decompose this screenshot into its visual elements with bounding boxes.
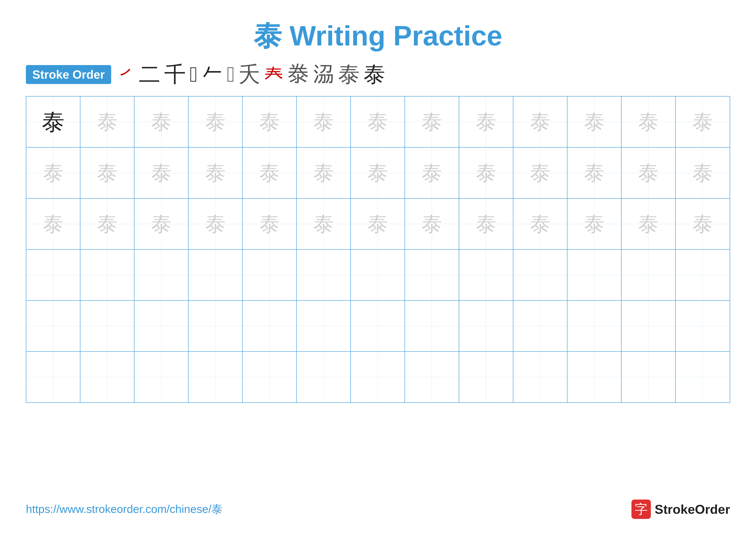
footer: https://www.strokeorder.com/chinese/泰 字 … [26,499,730,519]
grid-cell-5-5[interactable] [243,301,297,351]
grid-cell-1-11[interactable]: 泰 [567,96,622,147]
stroke-1: ㇒ [118,66,135,83]
grid-cell-6-9[interactable] [459,352,513,402]
grid-cell-5-12[interactable] [622,301,676,351]
grid-cell-1-10[interactable]: 泰 [513,96,567,147]
stroke-3: 千 [164,64,186,85]
grid-cell-3-3[interactable]: 泰 [134,199,189,249]
grid-cell-5-3[interactable] [134,301,189,351]
grid-cell-2-12[interactable]: 泰 [622,147,676,198]
practice-char-ghost: 泰 [313,112,334,132]
practice-char-ghost: 泰 [205,163,226,183]
practice-char-ghost: 泰 [97,214,118,234]
grid-cell-3-10[interactable]: 泰 [513,199,567,249]
stroke-10: 𣴀 [313,64,334,85]
grid-cell-6-11[interactable] [567,352,622,402]
practice-char-ghost: 泰 [151,214,172,234]
grid-cell-1-5[interactable]: 泰 [243,96,297,147]
grid-cell-2-10[interactable]: 泰 [513,147,567,198]
stroke-4: 𠂊 [190,64,198,85]
grid-cell-2-2[interactable]: 泰 [80,147,134,198]
practice-char-ghost: 泰 [259,163,280,183]
grid-cell-5-8[interactable] [405,301,459,351]
grid-cell-3-5[interactable]: 泰 [243,199,297,249]
grid-cell-2-3[interactable]: 泰 [134,147,189,198]
practice-char-ghost: 泰 [421,214,442,234]
grid-cell-3-4[interactable]: 泰 [189,199,243,249]
grid-cell-5-7[interactable] [351,301,405,351]
grid-cell-4-5[interactable] [243,250,297,300]
grid-cell-6-5[interactable] [243,352,297,402]
grid-row-5 [26,301,730,352]
grid-cell-1-13[interactable]: 泰 [676,96,730,147]
grid-cell-1-3[interactable]: 泰 [134,96,189,147]
grid-cell-6-6[interactable] [297,352,351,402]
grid-cell-2-11[interactable]: 泰 [567,147,622,198]
practice-char-ghost: 泰 [638,214,659,234]
grid-cell-4-11[interactable] [567,250,622,300]
grid-cell-2-6[interactable]: 泰 [297,147,351,198]
grid-cell-2-7[interactable]: 泰 [351,147,405,198]
grid-cell-4-1[interactable] [26,250,80,300]
grid-cell-5-13[interactable] [676,301,730,351]
grid-cell-4-9[interactable] [459,250,513,300]
grid-cell-3-2[interactable]: 泰 [80,199,134,249]
grid-cell-3-12[interactable]: 泰 [622,199,676,249]
grid-cell-4-10[interactable] [513,250,567,300]
grid-cell-2-9[interactable]: 泰 [459,147,513,198]
grid-cell-4-7[interactable] [351,250,405,300]
grid-cell-4-8[interactable] [405,250,459,300]
grid-cell-1-1[interactable]: 泰 [26,96,80,147]
grid-cell-1-9[interactable]: 泰 [459,96,513,147]
grid-cell-2-13[interactable]: 泰 [676,147,730,198]
grid-cell-3-9[interactable]: 泰 [459,199,513,249]
grid-cell-3-7[interactable]: 泰 [351,199,405,249]
grid-cell-4-4[interactable] [189,250,243,300]
grid-cell-5-11[interactable] [567,301,622,351]
grid-cell-5-2[interactable] [80,301,134,351]
grid-cell-6-7[interactable] [351,352,405,402]
grid-cell-5-6[interactable] [297,301,351,351]
grid-cell-6-10[interactable] [513,352,567,402]
grid-cell-3-8[interactable]: 泰 [405,199,459,249]
grid-cell-5-9[interactable] [459,301,513,351]
grid-cell-3-11[interactable]: 泰 [567,199,622,249]
grid-cell-1-12[interactable]: 泰 [622,96,676,147]
grid-cell-4-2[interactable] [80,250,134,300]
grid-cell-2-5[interactable]: 泰 [243,147,297,198]
practice-char-ghost: 泰 [584,214,605,234]
grid-cell-2-4[interactable]: 泰 [189,147,243,198]
grid-cell-5-10[interactable] [513,301,567,351]
grid-cell-6-8[interactable] [405,352,459,402]
grid-cell-1-2[interactable]: 泰 [80,96,134,147]
grid-cell-5-1[interactable] [26,301,80,351]
practice-char-ghost: 泰 [638,163,659,183]
grid-cell-6-1[interactable] [26,352,80,402]
grid-cell-4-3[interactable] [134,250,189,300]
practice-char-ghost: 泰 [205,214,226,234]
stroke-7: 夭 [239,64,260,85]
grid-cell-6-4[interactable] [189,352,243,402]
practice-char-ghost: 泰 [151,112,172,132]
practice-char-ghost: 泰 [43,214,63,234]
grid-cell-3-13[interactable]: 泰 [676,199,730,249]
footer-logo: 字 StrokeOrder [632,499,730,519]
grid-cell-6-3[interactable] [134,352,189,402]
grid-cell-6-13[interactable] [676,352,730,402]
grid-cell-1-4[interactable]: 泰 [189,96,243,147]
grid-cell-1-8[interactable]: 泰 [405,96,459,147]
grid-cell-1-7[interactable]: 泰 [351,96,405,147]
grid-cell-2-8[interactable]: 泰 [405,147,459,198]
grid-cell-4-6[interactable] [297,250,351,300]
grid-cell-4-13[interactable] [676,250,730,300]
grid-cell-5-4[interactable] [189,301,243,351]
grid-cell-3-1[interactable]: 泰 [26,199,80,249]
practice-char-ghost: 泰 [530,112,551,132]
grid-cell-1-6[interactable]: 泰 [297,96,351,147]
footer-url[interactable]: https://www.strokeorder.com/chinese/泰 [26,502,223,517]
grid-cell-6-2[interactable] [80,352,134,402]
grid-cell-3-6[interactable]: 泰 [297,199,351,249]
grid-cell-2-1[interactable]: 泰 [26,147,80,198]
grid-cell-4-12[interactable] [622,250,676,300]
grid-cell-6-12[interactable] [622,352,676,402]
